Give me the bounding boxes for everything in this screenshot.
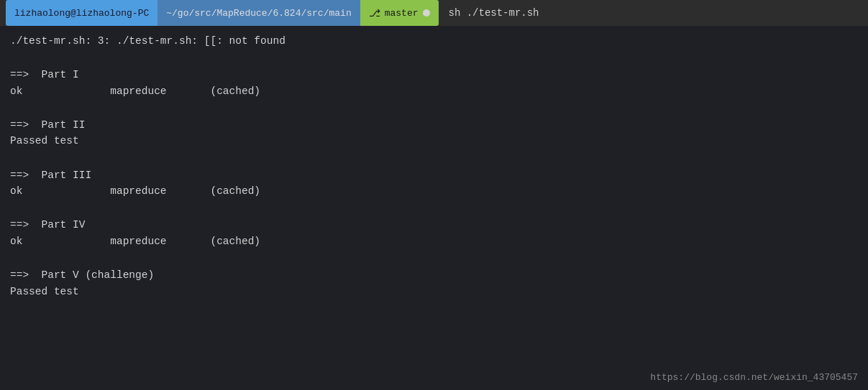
- terminal-blank-line: [10, 149, 858, 167]
- terminal-line: ./test-mr.sh: 3: ./test-mr.sh: [[: not f…: [10, 33, 858, 49]
- branch-icon: ⎇: [369, 7, 380, 19]
- branch-dot: [423, 9, 430, 17]
- terminal-blank-line: [10, 200, 858, 218]
- user-segment: lizhaolong@lizhaolong-PC: [6, 0, 157, 26]
- path-label: ~/go/src/MapReduce/6.824/src/main: [166, 8, 351, 19]
- terminal-blank-line: [10, 99, 858, 117]
- terminal-line: Passed test: [10, 133, 858, 149]
- terminal-window: lizhaolong@lizhaolong-PC ~/go/src/MapRed…: [0, 0, 868, 390]
- path-segment: ~/go/src/MapReduce/6.824/src/main: [157, 0, 360, 26]
- terminal-line: ==> Part II: [10, 117, 858, 133]
- branch-label: master: [385, 8, 419, 19]
- terminal-lines: ./test-mr.sh: 3: ./test-mr.sh: [[: not f…: [10, 33, 858, 300]
- command-label: sh ./test-mr.sh: [449, 7, 539, 19]
- terminal-body: ./test-mr.sh: 3: ./test-mr.sh: [[: not f…: [0, 26, 868, 390]
- branch-segment: ⎇ master: [360, 0, 439, 26]
- terminal-line: ==> Part III: [10, 167, 858, 183]
- terminal-line: ==> Part IV: [10, 217, 858, 233]
- terminal-line: ==> Part I: [10, 67, 858, 83]
- watermark: https://blog.csdn.net/weixin_43705457: [650, 372, 858, 383]
- terminal-line: ok mapreduce (cached): [10, 233, 858, 249]
- terminal-blank-line: [10, 49, 858, 67]
- terminal-line: Passed test: [10, 284, 858, 300]
- terminal-blank-line: [10, 249, 858, 267]
- title-bar: lizhaolong@lizhaolong-PC ~/go/src/MapRed…: [0, 0, 868, 26]
- terminal-line: ==> Part V (challenge): [10, 267, 858, 283]
- terminal-line: ok mapreduce (cached): [10, 183, 858, 199]
- terminal-line: ok mapreduce (cached): [10, 83, 858, 99]
- user-label: lizhaolong@lizhaolong-PC: [14, 8, 149, 19]
